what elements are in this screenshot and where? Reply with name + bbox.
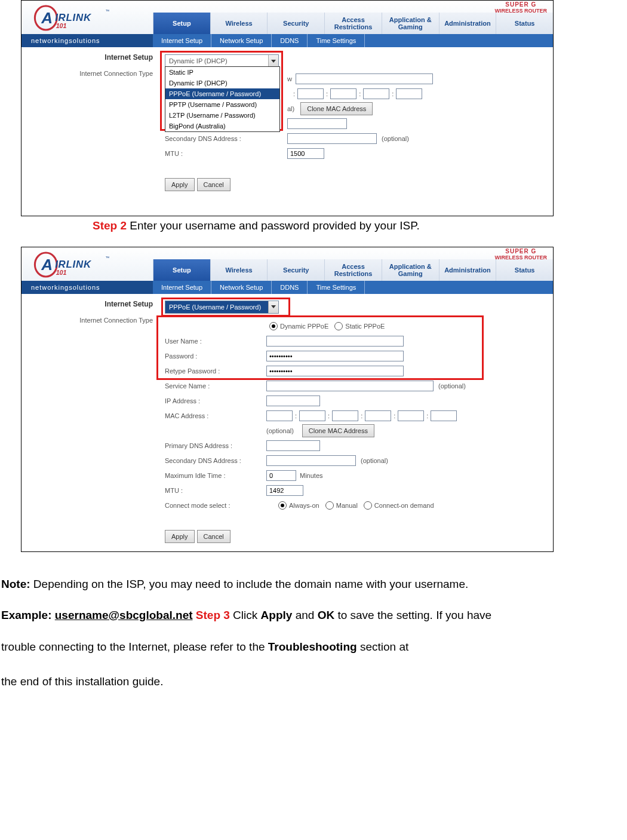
primary-dns-input[interactable]: [266, 440, 320, 451]
conn-type-label-2: Internet Connection Type: [21, 313, 153, 324]
secondary-dns-input[interactable]: [287, 133, 377, 144]
mac-2[interactable]: [299, 410, 325, 421]
tab-setup-2[interactable]: Setup: [153, 259, 210, 281]
clone-mac-button[interactable]: Clone MAC Address: [300, 102, 373, 115]
tab-wireless[interactable]: Wireless: [210, 13, 268, 34]
main-nav-2: Setup Wireless Security Access Restricti…: [153, 259, 553, 281]
tab-access-restrictions-2[interactable]: Access Restrictions: [324, 259, 382, 281]
highlight-box-select: [161, 298, 290, 317]
mtu-label: MTU :: [165, 150, 287, 157]
apply-button[interactable]: Apply: [165, 178, 195, 191]
tab-access-restrictions[interactable]: Access Restrictions: [324, 13, 382, 34]
mac-6[interactable]: [431, 410, 457, 421]
router-header-2: A IRLINK 101 ™ networkingsolutions SUPER…: [21, 247, 553, 294]
sub-nav-2: Internet Setup Network Setup DDNS Time S…: [153, 281, 553, 294]
opt-static-ip[interactable]: Static IP: [165, 67, 279, 78]
router-header: A IRLINK 101 ™ networkingsolutions SUPER…: [21, 1, 553, 47]
screenshot-2: A IRLINK 101 ™ networkingsolutions SUPER…: [21, 247, 554, 552]
mac-5[interactable]: [398, 410, 424, 421]
svg-text:101: 101: [56, 268, 67, 275]
svg-text:™: ™: [105, 255, 109, 259]
connection-type-dropdown: Static IP Dynamic IP (DHCP) PPPoE (Usern…: [165, 66, 280, 132]
clone-mac-button-2[interactable]: Clone MAC Address: [302, 424, 374, 437]
chevron-down-icon[interactable]: [268, 55, 278, 67]
optional-service: (optional): [434, 382, 466, 390]
radio-always-on[interactable]: Always-on: [278, 501, 319, 510]
subnav-ddns[interactable]: DDNS: [272, 34, 308, 47]
svg-text:IRLINK: IRLINK: [55, 258, 92, 269]
opt-pppoe[interactable]: PPPoE (Username / Password): [165, 88, 279, 99]
ip-address-input[interactable]: [266, 396, 320, 406]
brand-tagline-2: networkingsolutions: [21, 281, 153, 294]
connection-type-select[interactable]: Dynamic IP (DHCP): [165, 54, 279, 68]
optional-label: (optional): [377, 135, 409, 142]
radio-on-demand[interactable]: Connect-on demand: [364, 501, 434, 510]
mac-address-label: MAC Address :: [165, 412, 266, 419]
main-nav: Setup Wireless Security Access Restricti…: [153, 13, 553, 34]
cancel-button-2[interactable]: Cancel: [197, 530, 230, 543]
superg-badge-2: SUPER G WIRELESS ROUTER: [494, 249, 547, 260]
brand-tagline: networkingsolutions: [21, 34, 153, 47]
subnav-time-settings-2[interactable]: Time Settings: [308, 281, 365, 294]
example-email: username@sbcglobal.net: [55, 609, 193, 621]
subnav-network-setup-2[interactable]: Network Setup: [211, 281, 272, 294]
tab-status[interactable]: Status: [496, 13, 553, 34]
sub-nav: Internet Setup Network Setup DDNS Time S…: [153, 34, 553, 47]
conn-type-label: Internet Connection Type: [21, 66, 153, 77]
section-title: Internet Setup: [21, 52, 153, 66]
secondary-dns-label-2: Secondary DNS Address :: [165, 457, 266, 464]
tab-app-gaming[interactable]: Application & Gaming: [382, 13, 439, 34]
subnav-time-settings[interactable]: Time Settings: [308, 34, 365, 47]
max-idle-label: Maximum Idle Time :: [165, 472, 266, 479]
optional-sdns: (optional): [356, 457, 388, 464]
connect-mode-label: Connect mode select :: [165, 502, 266, 509]
mac-seg-6[interactable]: [396, 88, 422, 99]
opt-pptp[interactable]: PPTP (Username / Password): [165, 99, 279, 110]
svg-text:™: ™: [105, 9, 109, 13]
tab-app-gaming-2[interactable]: Application & Gaming: [382, 259, 439, 281]
svg-text:101: 101: [56, 22, 67, 29]
secondary-dns-label: Secondary DNS Address :: [165, 135, 287, 142]
tab-wireless-2[interactable]: Wireless: [210, 259, 268, 281]
subnav-network-setup[interactable]: Network Setup: [211, 34, 272, 47]
highlight-box-credentials: [156, 315, 484, 380]
hostname-input[interactable]: [296, 73, 433, 84]
tab-security[interactable]: Security: [267, 13, 324, 34]
cancel-button[interactable]: Cancel: [197, 178, 230, 191]
mtu-input[interactable]: [287, 148, 324, 159]
secondary-dns-input-2[interactable]: [266, 455, 356, 466]
screenshot-1: A IRLINK 101 ™ networkingsolutions SUPER…: [21, 0, 554, 216]
service-name-input[interactable]: [266, 381, 434, 391]
service-name-label: Service Name :: [165, 382, 266, 390]
svg-text:A: A: [41, 256, 53, 274]
max-idle-input[interactable]: [266, 470, 296, 481]
brand-logo: A IRLINK 101 ™: [21, 1, 153, 34]
mac-seg-4[interactable]: [330, 88, 356, 99]
primary-dns-input-frag[interactable]: [287, 118, 347, 129]
mac-1[interactable]: [266, 410, 293, 421]
mac-3[interactable]: [332, 410, 358, 421]
brand-logo-2: A IRLINK 101 ™: [21, 247, 153, 281]
opt-bigpond[interactable]: BigPond (Australia): [165, 121, 279, 131]
ip-address-label: IP Address :: [165, 397, 266, 404]
tab-administration[interactable]: Administration: [439, 13, 496, 34]
mac-seg-5[interactable]: [363, 88, 389, 99]
opt-dhcp[interactable]: Dynamic IP (DHCP): [165, 78, 279, 88]
tab-status-2[interactable]: Status: [496, 259, 553, 281]
mac-optional: (optional): [266, 427, 294, 434]
subnav-internet-setup[interactable]: Internet Setup: [153, 34, 211, 47]
mtu-label-2: MTU :: [165, 487, 266, 494]
tab-setup[interactable]: Setup: [153, 13, 210, 34]
opt-l2tp[interactable]: L2TP (Username / Password): [165, 110, 279, 121]
radio-manual[interactable]: Manual: [325, 501, 358, 510]
superg-badge: SUPER G WIRELESS ROUTER: [494, 2, 547, 14]
mac-4[interactable]: [365, 410, 391, 421]
tab-administration-2[interactable]: Administration: [439, 259, 496, 281]
mac-seg-3[interactable]: [297, 88, 324, 99]
note-block: Note: Depending on the ISP, you may need…: [0, 552, 627, 711]
apply-button-2[interactable]: Apply: [165, 530, 195, 543]
tab-security-2[interactable]: Security: [267, 259, 324, 281]
subnav-ddns-2[interactable]: DDNS: [272, 281, 308, 294]
subnav-internet-setup-2[interactable]: Internet Setup: [153, 281, 211, 294]
mtu-input-2[interactable]: [266, 485, 303, 496]
